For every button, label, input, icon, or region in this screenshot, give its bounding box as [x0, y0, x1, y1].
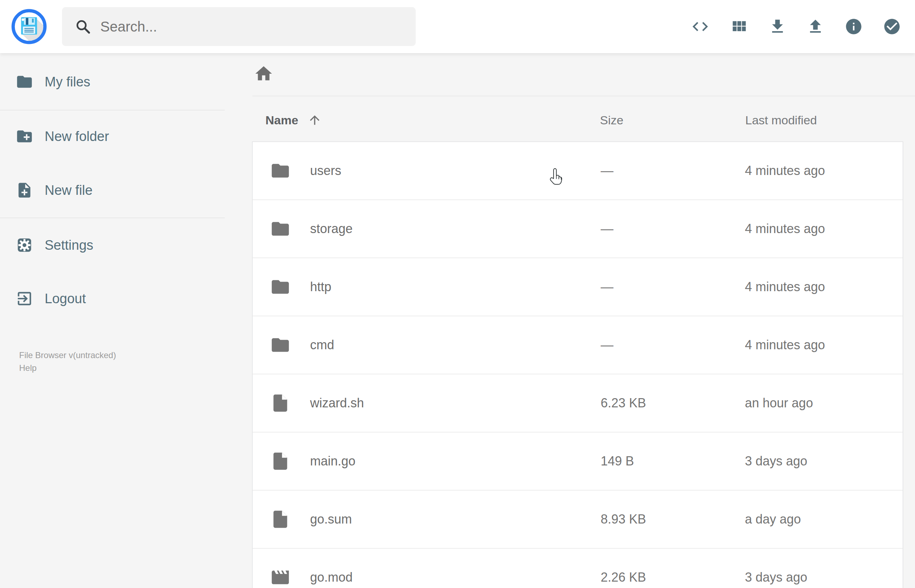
- column-header-last-modified[interactable]: Last modified: [745, 109, 817, 131]
- sidebar-item-my-files[interactable]: My files: [0, 64, 225, 100]
- file-size: 2.26 KB: [601, 570, 646, 585]
- sidebar-item-settings[interactable]: Settings: [0, 228, 225, 263]
- column-header-name[interactable]: Name: [265, 109, 322, 131]
- file-name: http: [310, 279, 331, 294]
- file-row-http[interactable]: http — 4 minutes ago: [253, 257, 903, 316]
- logout-icon: [16, 290, 33, 307]
- folder-icon: [270, 160, 291, 181]
- file-modified: 4 minutes ago: [745, 338, 825, 352]
- folder-icon: [270, 218, 291, 239]
- arrow-up-icon: [307, 113, 322, 127]
- file-name: go.sum: [310, 512, 352, 527]
- sidebar-item-label: Settings: [45, 237, 93, 253]
- app-version: File Browser v(untracked): [19, 351, 116, 360]
- file-modified: an hour ago: [745, 396, 813, 410]
- sidebar-item-logout[interactable]: Logout: [0, 281, 225, 316]
- sidebar-item-label: New file: [45, 183, 92, 198]
- sidebar-footer: File Browser v(untracked) Help: [19, 349, 116, 375]
- search-input[interactable]: Search...: [62, 7, 416, 46]
- file-row-go-sum[interactable]: go.sum 8.93 KB a day ago: [253, 490, 903, 548]
- download-icon: [768, 17, 787, 36]
- sidebar-item-new-file[interactable]: New file: [0, 173, 225, 208]
- movie-file-icon: [270, 567, 291, 588]
- home-icon: [254, 64, 273, 84]
- file-row-storage[interactable]: storage — 4 minutes ago: [253, 199, 903, 257]
- code-icon: [691, 17, 710, 36]
- file-modified: 4 minutes ago: [745, 221, 825, 236]
- file-name: users: [310, 163, 341, 178]
- sidebar-item-label: Logout: [45, 291, 86, 306]
- column-header-size[interactable]: Size: [600, 109, 623, 131]
- file-row-users[interactable]: users — 4 minutes ago: [253, 142, 903, 199]
- filebrowser-app: Search...: [0, 0, 915, 588]
- settings-icon: [16, 236, 33, 254]
- hand-pointer-cursor: [548, 167, 563, 186]
- download-button[interactable]: [766, 15, 789, 38]
- file-icon: [270, 451, 291, 472]
- filebrowser-logo-icon[interactable]: [11, 8, 47, 45]
- file-size: —: [601, 221, 613, 236]
- file-list: users — 4 minutes ago storage — 4 minute…: [252, 141, 903, 588]
- info-icon: [844, 17, 863, 36]
- help-link[interactable]: Help: [19, 362, 116, 375]
- file-size: —: [601, 279, 613, 294]
- info-button[interactable]: [842, 15, 865, 38]
- file-row-wizard-sh[interactable]: wizard.sh 6.23 KB an hour ago: [253, 374, 903, 432]
- grid-view-icon: [730, 17, 748, 36]
- search-placeholder: Search...: [100, 7, 157, 46]
- breadcrumb-divider: [252, 95, 915, 96]
- file-icon: [270, 393, 291, 414]
- file-size: 8.93 KB: [601, 512, 646, 527]
- file-size: —: [601, 163, 613, 178]
- folder-icon: [270, 277, 291, 297]
- folder-icon: [270, 335, 291, 355]
- file-name: main.go: [310, 454, 356, 468]
- check-circle-icon: [883, 17, 901, 36]
- upload-icon: [806, 17, 824, 36]
- file-size: 149 B: [601, 454, 634, 468]
- app-header: Search...: [0, 0, 915, 53]
- file-size: 6.23 KB: [601, 396, 646, 410]
- search-icon: [75, 18, 91, 35]
- file-name: go.mod: [310, 570, 352, 585]
- file-modified: 4 minutes ago: [745, 279, 825, 294]
- upload-button[interactable]: [804, 15, 827, 38]
- grid-view-button[interactable]: [727, 15, 750, 38]
- file-name: cmd: [310, 338, 334, 352]
- file-modified: 3 days ago: [745, 570, 807, 585]
- select-multiple-button[interactable]: [881, 15, 903, 38]
- file-row-cmd[interactable]: cmd — 4 minutes ago: [253, 316, 903, 374]
- breadcrumb-home-button[interactable]: [254, 64, 275, 85]
- file-name: wizard.sh: [310, 396, 364, 410]
- file-modified: a day ago: [745, 512, 801, 527]
- code-view-button[interactable]: [689, 15, 711, 38]
- file-modified: 3 days ago: [745, 454, 807, 468]
- sidebar-item-label: My files: [45, 74, 91, 90]
- file-row-main-go[interactable]: main.go 149 B 3 days ago: [253, 432, 903, 490]
- listing-header: Name Size Last modified: [0, 109, 915, 131]
- file-row-go-mod[interactable]: go.mod 2.26 KB 3 days ago: [253, 548, 903, 588]
- sidebar-divider: [0, 218, 225, 218]
- file-modified: 4 minutes ago: [745, 163, 825, 178]
- folder-icon: [16, 73, 33, 90]
- file-name: storage: [310, 221, 352, 236]
- file-size: —: [601, 338, 613, 352]
- new-file-icon: [16, 181, 33, 199]
- file-icon: [270, 509, 291, 530]
